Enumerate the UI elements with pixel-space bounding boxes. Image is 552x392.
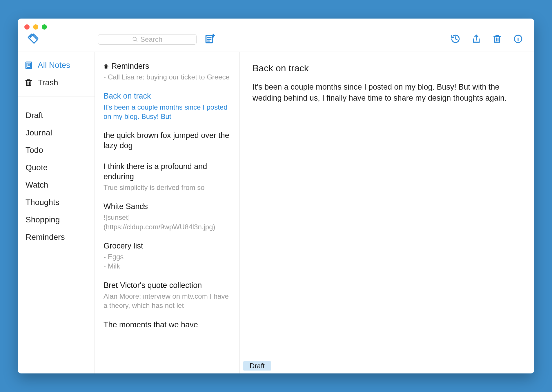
editor-title[interactable]: Back on track [253,63,521,74]
note-list-item[interactable]: I think there is a profound and enduring… [104,157,231,198]
all-notes-label: All Notes [38,61,70,70]
note-preview: ![sunset](https://cldup.com/9wpWU84l3n.j… [104,213,231,232]
new-note-button[interactable] [205,34,215,45]
history-icon[interactable] [451,34,460,45]
search-placeholder: Search [140,35,162,43]
window-controls [24,24,47,30]
tag-list: DraftJournalTodoQuoteWatchThoughtsShoppi… [18,97,95,246]
note-preview: - Eggs - Milk [104,252,231,271]
svg-point-0 [30,36,31,37]
app-window: Search [18,19,534,373]
note-list-item[interactable]: White Sands![sunset](https://cldup.com/9… [104,197,231,237]
sidebar-item-all-notes[interactable]: All Notes [18,57,95,74]
sidebar-tag-item[interactable]: Reminders [18,228,95,246]
share-icon[interactable] [471,34,481,45]
maximize-window-button[interactable] [42,24,47,30]
note-list-item[interactable]: Grocery list- Eggs - Milk [104,237,231,276]
note-list-item[interactable]: the quick brown fox jumped over the lazy… [104,126,231,157]
sidebar-tag-item[interactable]: Draft [18,107,95,124]
note-preview: - Call Lisa re: buying our ticket to Gre… [104,72,231,82]
trash-icon[interactable] [492,34,502,45]
note-title: Back on track [104,91,231,101]
tags-icon[interactable] [27,33,39,46]
note-preview: Alan Moore: interview on mtv.com I have … [104,292,231,311]
sidebar-tag-item[interactable]: Shopping [18,211,95,228]
editor-body[interactable]: Back on track It's been a couple months … [240,52,534,359]
svg-point-15 [518,37,519,37]
search-input[interactable]: Search [98,34,197,45]
sidebar-tag-item[interactable]: Todo [18,141,95,159]
note-title: Grocery list [104,241,231,251]
note-list-item[interactable]: Back on trackIt's been a couple months s… [104,87,231,126]
sidebar-tag-item[interactable]: Thoughts [18,194,95,211]
info-icon[interactable] [513,34,523,45]
note-title: I think there is a profound and enduring [104,161,231,182]
note-title: the quick brown fox jumped over the lazy… [104,130,231,151]
sidebar: All Notes Trash DraftJournalTodoQuoteWat… [18,52,95,373]
note-preview: True simplicity is derived from so [104,183,231,192]
tag-chip[interactable]: Draft [243,361,271,371]
sidebar-item-trash[interactable]: Trash [18,74,95,91]
note-list[interactable]: Reminders- Call Lisa re: buying our tick… [95,52,240,373]
sidebar-tag-item[interactable]: Quote [18,159,95,176]
editor-footer: Draft [240,359,534,373]
svg-line-2 [136,40,137,42]
sidebar-top: All Notes Trash [18,52,95,97]
sidebar-tag-item[interactable]: Watch [18,176,95,194]
close-window-button[interactable] [24,24,30,30]
editor-pane: Back on track It's been a couple months … [240,52,534,373]
editor-content[interactable]: It's been a couple months since I posted… [253,82,508,104]
note-list-item[interactable]: The moments that we have [104,316,231,336]
note-preview: It's been a couple months since I posted… [104,103,231,121]
svg-point-1 [133,37,136,41]
note-list-item[interactable]: Reminders- Call Lisa re: buying our tick… [104,57,231,87]
note-title: The moments that we have [104,320,231,330]
minimize-window-button[interactable] [33,24,38,30]
note-title: Bret Victor's quote collection [104,280,231,291]
sidebar-tag-item[interactable]: Journal [18,124,95,141]
note-title: Reminders [104,61,231,71]
toolbar-right [451,25,526,45]
columns: All Notes Trash DraftJournalTodoQuoteWat… [18,52,534,373]
search-group: Search [98,25,215,45]
note-title: White Sands [104,202,231,212]
note-list-item[interactable]: Bret Victor's quote collectionAlan Moore… [104,276,231,316]
trash-label: Trash [38,78,58,87]
toolbar: Search [18,19,534,52]
